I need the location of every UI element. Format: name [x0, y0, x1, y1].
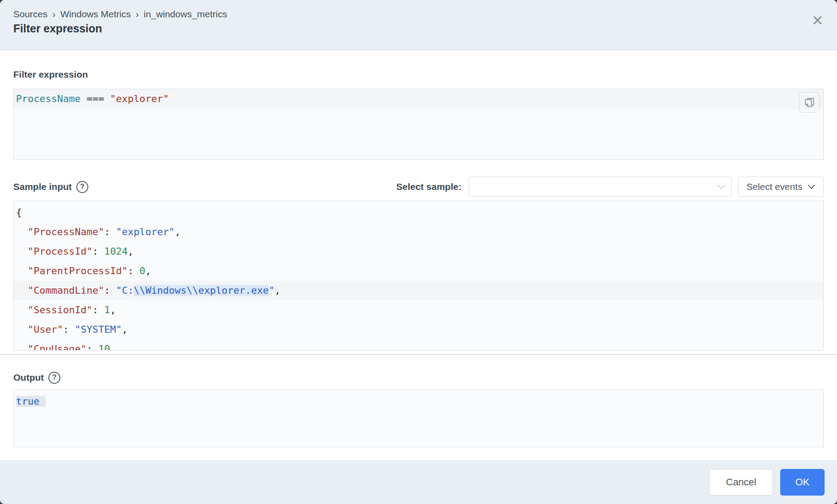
select-sample-label: Select sample:	[396, 181, 462, 192]
copy-button[interactable]	[799, 92, 820, 113]
ok-button[interactable]: OK	[780, 469, 825, 496]
modal-header: Sources › Windows Metrics › in_windows_m…	[0, 0, 837, 50]
code-line: "User": "SYSTEM",	[14, 320, 823, 339]
code-line: {	[14, 203, 823, 222]
select-sample-dropdown[interactable]	[469, 177, 732, 197]
chevron-down-icon	[717, 185, 725, 189]
output-label-row: Output ?	[13, 371, 824, 384]
breadcrumb-windows-metrics[interactable]: Windows Metrics	[60, 9, 131, 20]
code-line: "ParentProcessId": 0,	[14, 261, 823, 281]
filter-expression-label: Filter expression	[13, 68, 88, 81]
breadcrumb-sources[interactable]: Sources	[13, 9, 47, 20]
sample-controls: Select sample: Select events	[396, 177, 824, 197]
section-divider	[0, 354, 837, 355]
sample-input-row: Sample input ? Select sample: Select eve…	[13, 177, 824, 197]
modal-footer: Cancel OK	[0, 460, 837, 504]
output-editor: true	[13, 390, 824, 447]
code-line: "ProcessName": "explorer",	[14, 222, 823, 242]
code-line: "ProcessId": 1024,	[14, 242, 823, 261]
select-events-button[interactable]: Select events	[738, 177, 824, 197]
code-line: "SessionId": 1,	[14, 300, 823, 320]
code-line: "CpuUsage": 10,	[14, 339, 823, 350]
close-icon[interactable]: ×	[808, 11, 827, 30]
code-line: ProcessName === "explorer"	[14, 89, 823, 109]
code-line: "CommandLine": "C:\\Windows\\explorer.ex…	[14, 281, 823, 300]
breadcrumb: Sources › Windows Metrics › in_windows_m…	[13, 9, 824, 20]
copy-icon	[804, 97, 815, 108]
help-icon[interactable]: ?	[76, 181, 88, 193]
modal-body: Filter expression ProcessName === "explo…	[0, 50, 837, 447]
breadcrumb-in-windows-metrics[interactable]: in_windows_metrics	[144, 9, 227, 20]
breadcrumb-separator: ›	[136, 9, 139, 20]
sample-input-editor[interactable]: { "ProcessName": "explorer", "ProcessId"…	[13, 201, 824, 350]
sample-input-label: Sample input	[13, 180, 72, 193]
cancel-button[interactable]: Cancel	[709, 469, 773, 496]
page-title: Filter expression	[13, 22, 824, 35]
select-events-label: Select events	[746, 181, 802, 192]
help-icon[interactable]: ?	[48, 372, 60, 384]
filter-expression-editor[interactable]: ProcessName === "explorer"	[13, 89, 824, 160]
filter-label-row: Filter expression	[13, 68, 824, 81]
code-line: true	[14, 392, 823, 411]
filter-expression-modal: Sources › Windows Metrics › in_windows_m…	[0, 0, 837, 504]
output-label: Output	[13, 371, 44, 384]
chevron-down-icon	[808, 185, 815, 189]
breadcrumb-separator: ›	[52, 9, 55, 20]
